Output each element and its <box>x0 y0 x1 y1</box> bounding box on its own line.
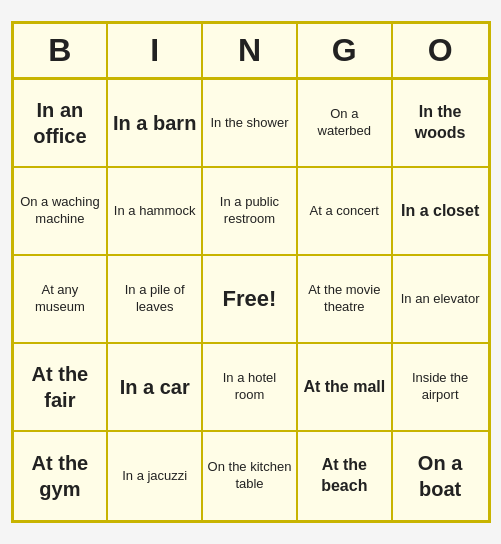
cell-text: At the fair <box>18 361 103 413</box>
bingo-cell[interactable]: In a closet <box>393 168 488 256</box>
cell-text: On a boat <box>397 450 484 502</box>
cell-text: In a public restroom <box>207 194 292 228</box>
cell-text: At the movie theatre <box>302 282 387 316</box>
cell-text: At a concert <box>310 203 379 220</box>
cell-text: At any museum <box>18 282 103 316</box>
bingo-cell[interactable]: Free! <box>203 256 298 344</box>
cell-text: In an office <box>18 97 103 149</box>
bingo-cell[interactable]: At a concert <box>298 168 393 256</box>
cell-text: Inside the airport <box>397 370 484 404</box>
bingo-cell[interactable]: On a waching machine <box>14 168 109 256</box>
bingo-cell[interactable]: Inside the airport <box>393 344 488 432</box>
bingo-cell[interactable]: In a jacuzzi <box>108 432 203 520</box>
bingo-cell[interactable]: In the shower <box>203 80 298 168</box>
cell-text: In a hammock <box>114 203 196 220</box>
cell-text: On the kitchen table <box>207 459 292 493</box>
header-letter: O <box>393 24 488 77</box>
bingo-cell[interactable]: At the fair <box>14 344 109 432</box>
bingo-cell[interactable]: At the movie theatre <box>298 256 393 344</box>
bingo-cell[interactable]: In a hammock <box>108 168 203 256</box>
bingo-cell[interactable]: In a pile of leaves <box>108 256 203 344</box>
cell-text: At the beach <box>302 455 387 497</box>
bingo-cell[interactable]: At the gym <box>14 432 109 520</box>
bingo-cell[interactable]: At the beach <box>298 432 393 520</box>
cell-text: In a pile of leaves <box>112 282 197 316</box>
cell-text: In a jacuzzi <box>122 468 187 485</box>
bingo-cell[interactable]: At any museum <box>14 256 109 344</box>
cell-text: On a waterbed <box>302 106 387 140</box>
cell-text: In the woods <box>397 102 484 144</box>
cell-text: At the mall <box>303 377 385 398</box>
bingo-cell[interactable]: At the mall <box>298 344 393 432</box>
bingo-cell[interactable]: In a hotel room <box>203 344 298 432</box>
cell-text: In an elevator <box>401 291 480 308</box>
header-letter: B <box>14 24 109 77</box>
header-letter: G <box>298 24 393 77</box>
cell-text: In a hotel room <box>207 370 292 404</box>
header-letter: N <box>203 24 298 77</box>
cell-text: At the gym <box>18 450 103 502</box>
bingo-header: BINGO <box>14 24 488 80</box>
cell-text: In a car <box>120 374 190 400</box>
bingo-cell[interactable]: On a waterbed <box>298 80 393 168</box>
bingo-cell[interactable]: On the kitchen table <box>203 432 298 520</box>
header-letter: I <box>108 24 203 77</box>
cell-text: In a barn <box>113 110 196 136</box>
cell-text: In the shower <box>210 115 288 132</box>
bingo-card: BINGO In an officeIn a barnIn the shower… <box>11 21 491 523</box>
bingo-cell[interactable]: In an elevator <box>393 256 488 344</box>
bingo-cell[interactable]: In an office <box>14 80 109 168</box>
cell-text: Free! <box>223 285 277 314</box>
bingo-cell[interactable]: In a barn <box>108 80 203 168</box>
bingo-grid: In an officeIn a barnIn the showerOn a w… <box>14 80 488 520</box>
bingo-cell[interactable]: In the woods <box>393 80 488 168</box>
cell-text: In a closet <box>401 201 479 222</box>
bingo-cell[interactable]: In a car <box>108 344 203 432</box>
bingo-cell[interactable]: On a boat <box>393 432 488 520</box>
cell-text: On a waching machine <box>18 194 103 228</box>
bingo-cell[interactable]: In a public restroom <box>203 168 298 256</box>
